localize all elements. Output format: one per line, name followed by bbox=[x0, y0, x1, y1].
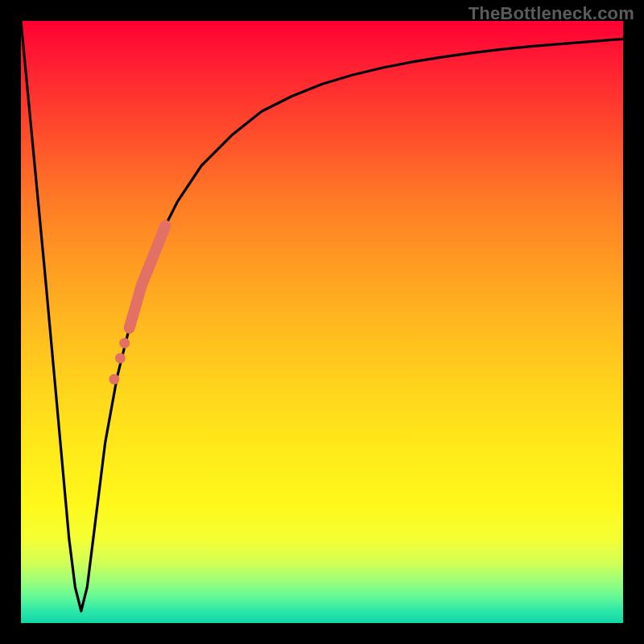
marker-dots bbox=[109, 338, 130, 385]
chart-frame: TheBottleneck.com bbox=[0, 0, 644, 644]
watermark-text: TheBottleneck.com bbox=[469, 3, 634, 24]
marker-dot bbox=[119, 338, 130, 349]
curve-layer bbox=[21, 21, 623, 623]
highlighted-segment bbox=[130, 225, 166, 328]
marker-dot bbox=[115, 353, 126, 363]
bottleneck-curve bbox=[21, 21, 623, 611]
marker-dot bbox=[109, 374, 119, 385]
plot-area bbox=[21, 21, 623, 623]
